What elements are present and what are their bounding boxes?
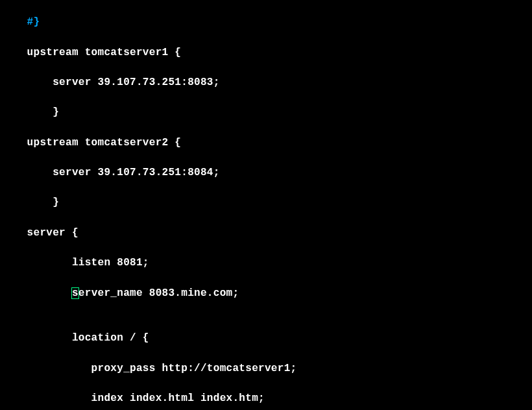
code-line: } bbox=[0, 195, 532, 210]
code-line: upstream tomcatserver2 { bbox=[0, 136, 532, 151]
code-line: proxy_pass http://tomcatserver1; bbox=[0, 361, 532, 376]
code-line-comment: #} bbox=[0, 15, 532, 30]
code-line: index index.html index.htm; bbox=[0, 391, 532, 406]
code-line: location / { bbox=[0, 331, 532, 346]
code-line: upstream tomcatserver1 { bbox=[0, 45, 532, 60]
code-line: server 39.107.73.251:8083; bbox=[0, 75, 532, 90]
code-line: server 39.107.73.251:8084; bbox=[0, 165, 532, 180]
terminal-editor[interactable]: #} upstream tomcatserver1 { server 39.10… bbox=[0, 0, 532, 410]
code-line-cursor: server_name 8083.mine.com; bbox=[0, 286, 532, 301]
code-line: listen 8081; bbox=[0, 256, 532, 271]
code-line: } bbox=[0, 105, 532, 120]
code-line: server { bbox=[0, 226, 532, 241]
